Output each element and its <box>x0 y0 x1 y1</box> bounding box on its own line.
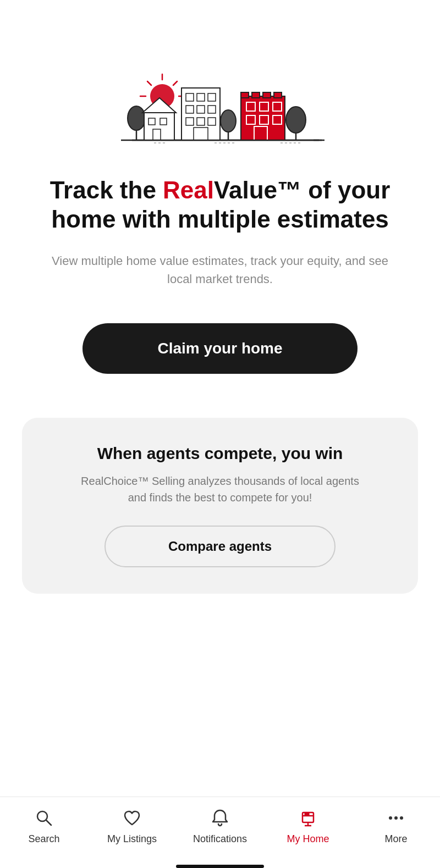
nav-label-search: Search <box>28 833 59 845</box>
nav-label-more: More <box>384 833 407 845</box>
main-content: Track the RealValue™ of your home with m… <box>0 0 440 797</box>
search-icon <box>32 806 56 830</box>
headline-highlight: Real <box>163 176 214 203</box>
more-dots-icon <box>384 806 408 830</box>
svg-rect-15 <box>186 93 194 101</box>
svg-rect-22 <box>197 118 205 125</box>
svg-rect-23 <box>208 118 216 125</box>
svg-rect-21 <box>186 118 194 125</box>
home-active-icon <box>296 806 320 830</box>
svg-rect-10 <box>148 118 155 125</box>
svg-point-53 <box>389 816 392 820</box>
agents-card-subtext: RealChoice™ Selling analyzes thousands o… <box>72 473 369 506</box>
svg-rect-11 <box>160 118 167 125</box>
claim-home-button[interactable]: Claim your home <box>82 323 358 374</box>
svg-rect-31 <box>246 115 255 124</box>
svg-rect-34 <box>254 126 267 140</box>
svg-rect-29 <box>260 102 268 111</box>
svg-rect-52 <box>305 812 309 816</box>
svg-rect-33 <box>273 115 282 124</box>
svg-rect-18 <box>186 106 194 113</box>
nav-item-my-listings[interactable]: My Listings <box>88 806 176 845</box>
bell-icon <box>208 806 232 830</box>
svg-rect-12 <box>153 129 161 140</box>
svg-rect-24 <box>194 128 208 140</box>
nav-item-my-home[interactable]: My Home <box>264 806 352 845</box>
svg-point-55 <box>400 816 403 820</box>
svg-rect-38 <box>274 92 282 98</box>
svg-line-4 <box>147 81 151 85</box>
nav-item-notifications[interactable]: Notifications <box>176 806 264 845</box>
svg-point-39 <box>286 107 306 133</box>
svg-rect-36 <box>252 92 260 98</box>
svg-point-25 <box>221 110 236 132</box>
heart-icon <box>120 806 144 830</box>
svg-rect-32 <box>260 115 268 124</box>
svg-rect-19 <box>197 106 205 113</box>
nav-label-my-listings: My Listings <box>107 833 157 845</box>
svg-rect-28 <box>246 102 255 111</box>
nav-item-search[interactable]: Search <box>0 806 88 845</box>
svg-point-7 <box>128 106 145 130</box>
svg-rect-35 <box>241 92 249 98</box>
main-subtext: View multiple home value estimates, trac… <box>50 252 391 288</box>
bottom-nav: Search My Listings Notifications <box>0 797 440 860</box>
compare-agents-button[interactable]: Compare agents <box>105 526 336 567</box>
home-indicator <box>176 865 264 868</box>
nav-label-notifications: Notifications <box>193 833 247 845</box>
svg-rect-37 <box>263 92 271 98</box>
main-headline: Track the RealValue™ of your home with m… <box>33 176 407 234</box>
agents-card-title: When agents compete, you win <box>97 444 343 463</box>
svg-rect-30 <box>273 102 282 111</box>
svg-rect-17 <box>208 93 216 101</box>
agents-card: When agents compete, you win RealChoice™… <box>22 418 418 594</box>
nav-item-more[interactable]: More <box>352 806 440 845</box>
city-illustration <box>105 33 336 154</box>
svg-rect-16 <box>197 93 205 101</box>
svg-rect-20 <box>208 106 216 113</box>
svg-point-54 <box>394 816 398 820</box>
svg-line-47 <box>46 820 51 825</box>
svg-line-3 <box>173 81 177 85</box>
nav-label-my-home: My Home <box>287 833 329 845</box>
